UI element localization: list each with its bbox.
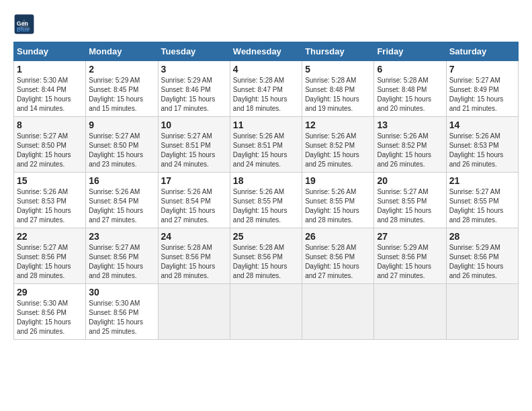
weekday-header-row: SundayMondayTuesdayWednesdayThursdayFrid… [14,42,519,61]
day-number: 8 [17,120,83,130]
day-number: 13 [377,120,443,130]
calendar-cell: 28Sunrise: 5:29 AM Sunset: 8:56 PM Dayli… [446,228,518,284]
calendar-cell: 23Sunrise: 5:27 AM Sunset: 8:56 PM Dayli… [86,228,158,284]
day-number: 2 [89,64,154,75]
weekday-header: Friday [374,42,446,61]
calendar-cell [374,284,446,340]
day-info: Sunrise: 5:29 AM Sunset: 8:46 PM Dayligh… [161,76,227,113]
calendar-cell: 8Sunrise: 5:27 AM Sunset: 8:50 PM Daylig… [14,117,86,173]
calendar-cell: 4Sunrise: 5:28 AM Sunset: 8:47 PM Daylig… [230,61,302,117]
weekday-header: Wednesday [230,42,302,61]
day-number: 17 [161,175,227,186]
day-number: 12 [305,120,371,130]
weekday-header: Thursday [302,42,374,61]
day-info: Sunrise: 5:28 AM Sunset: 8:48 PM Dayligh… [305,76,371,113]
calendar-cell: 7Sunrise: 5:27 AM Sunset: 8:49 PM Daylig… [446,61,518,117]
calendar-cell [302,284,374,340]
day-info: Sunrise: 5:27 AM Sunset: 8:56 PM Dayligh… [17,243,83,281]
day-info: Sunrise: 5:27 AM Sunset: 8:56 PM Dayligh… [89,243,154,281]
day-info: Sunrise: 5:26 AM Sunset: 8:51 PM Dayligh… [233,132,299,169]
calendar-row: 15Sunrise: 5:26 AM Sunset: 8:53 PM Dayli… [14,173,519,228]
day-number: 7 [449,64,515,75]
calendar-table: SundayMondayTuesdayWednesdayThursdayFrid… [13,42,519,340]
calendar-cell: 3Sunrise: 5:29 AM Sunset: 8:46 PM Daylig… [158,61,230,117]
calendar-cell: 12Sunrise: 5:26 AM Sunset: 8:52 PM Dayli… [302,117,374,173]
day-number: 1 [17,64,83,75]
calendar-cell: 11Sunrise: 5:26 AM Sunset: 8:51 PM Dayli… [230,117,302,173]
day-info: Sunrise: 5:26 AM Sunset: 8:55 PM Dayligh… [233,187,299,225]
day-info: Sunrise: 5:26 AM Sunset: 8:54 PM Dayligh… [89,187,154,225]
weekday-header: Saturday [446,42,518,61]
day-info: Sunrise: 5:30 AM Sunset: 8:56 PM Dayligh… [17,299,83,336]
calendar-cell [446,284,518,340]
calendar-row: 1Sunrise: 5:30 AM Sunset: 8:44 PM Daylig… [14,61,519,117]
day-info: Sunrise: 5:28 AM Sunset: 8:47 PM Dayligh… [233,76,299,113]
calendar-cell: 13Sunrise: 5:26 AM Sunset: 8:52 PM Dayli… [374,117,446,173]
day-number: 3 [161,64,227,75]
day-info: Sunrise: 5:28 AM Sunset: 8:56 PM Dayligh… [161,243,227,281]
calendar-row: 8Sunrise: 5:27 AM Sunset: 8:50 PM Daylig… [14,117,519,173]
day-number: 5 [305,64,371,75]
day-info: Sunrise: 5:28 AM Sunset: 8:56 PM Dayligh… [305,243,371,281]
day-info: Sunrise: 5:26 AM Sunset: 8:55 PM Dayligh… [305,187,371,225]
day-info: Sunrise: 5:26 AM Sunset: 8:54 PM Dayligh… [161,187,227,225]
day-number: 24 [161,231,227,242]
logo: Gen Blue [13,13,36,35]
weekday-header: Sunday [14,42,86,61]
calendar-cell: 5Sunrise: 5:28 AM Sunset: 8:48 PM Daylig… [302,61,374,117]
day-number: 27 [377,231,443,242]
svg-text:Gen: Gen [17,20,28,27]
day-number: 18 [233,175,299,186]
calendar-cell: 21Sunrise: 5:27 AM Sunset: 8:55 PM Dayli… [446,173,518,228]
day-number: 26 [305,231,371,242]
calendar-cell [230,284,302,340]
calendar-cell: 29Sunrise: 5:30 AM Sunset: 8:56 PM Dayli… [14,284,86,340]
calendar-cell: 6Sunrise: 5:28 AM Sunset: 8:48 PM Daylig… [374,61,446,117]
day-number: 21 [449,175,515,186]
calendar-cell: 19Sunrise: 5:26 AM Sunset: 8:55 PM Dayli… [302,173,374,228]
weekday-header: Monday [86,42,158,61]
calendar-cell: 30Sunrise: 5:30 AM Sunset: 8:56 PM Dayli… [86,284,158,340]
day-number: 9 [89,120,154,130]
calendar-cell: 18Sunrise: 5:26 AM Sunset: 8:55 PM Dayli… [230,173,302,228]
day-number: 15 [17,175,83,186]
logo-icon: Gen Blue [13,13,35,35]
weekday-header: Tuesday [158,42,230,61]
day-number: 11 [233,120,299,130]
calendar-cell: 17Sunrise: 5:26 AM Sunset: 8:54 PM Dayli… [158,173,230,228]
day-number: 28 [449,231,515,242]
day-info: Sunrise: 5:27 AM Sunset: 8:51 PM Dayligh… [161,132,227,169]
day-info: Sunrise: 5:26 AM Sunset: 8:53 PM Dayligh… [17,187,83,225]
day-number: 25 [233,231,299,242]
calendar-cell [158,284,230,340]
day-number: 22 [17,231,83,242]
day-info: Sunrise: 5:28 AM Sunset: 8:48 PM Dayligh… [377,76,443,113]
day-number: 10 [161,120,227,130]
calendar-cell: 1Sunrise: 5:30 AM Sunset: 8:44 PM Daylig… [14,61,86,117]
day-number: 14 [449,120,515,130]
calendar-cell: 22Sunrise: 5:27 AM Sunset: 8:56 PM Dayli… [14,228,86,284]
day-number: 6 [377,64,443,75]
day-info: Sunrise: 5:26 AM Sunset: 8:52 PM Dayligh… [305,132,371,169]
day-number: 23 [89,231,154,242]
day-number: 4 [233,64,299,75]
day-number: 16 [89,175,154,186]
day-number: 30 [89,287,154,298]
day-info: Sunrise: 5:26 AM Sunset: 8:53 PM Dayligh… [449,132,515,169]
calendar-cell: 14Sunrise: 5:26 AM Sunset: 8:53 PM Dayli… [446,117,518,173]
svg-text:Blue: Blue [17,26,30,33]
day-info: Sunrise: 5:28 AM Sunset: 8:56 PM Dayligh… [233,243,299,281]
day-info: Sunrise: 5:26 AM Sunset: 8:52 PM Dayligh… [377,132,443,169]
calendar-cell: 16Sunrise: 5:26 AM Sunset: 8:54 PM Dayli… [86,173,158,228]
calendar-cell: 2Sunrise: 5:29 AM Sunset: 8:45 PM Daylig… [86,61,158,117]
calendar-cell: 20Sunrise: 5:27 AM Sunset: 8:55 PM Dayli… [374,173,446,228]
day-info: Sunrise: 5:27 AM Sunset: 8:49 PM Dayligh… [449,76,515,113]
day-info: Sunrise: 5:27 AM Sunset: 8:50 PM Dayligh… [89,132,154,169]
calendar-cell: 10Sunrise: 5:27 AM Sunset: 8:51 PM Dayli… [158,117,230,173]
day-info: Sunrise: 5:29 AM Sunset: 8:56 PM Dayligh… [449,243,515,281]
page-header: Gen Blue [13,13,519,35]
calendar-row: 22Sunrise: 5:27 AM Sunset: 8:56 PM Dayli… [14,228,519,284]
day-info: Sunrise: 5:29 AM Sunset: 8:56 PM Dayligh… [377,243,443,281]
day-info: Sunrise: 5:27 AM Sunset: 8:55 PM Dayligh… [377,187,443,225]
day-number: 20 [377,175,443,186]
